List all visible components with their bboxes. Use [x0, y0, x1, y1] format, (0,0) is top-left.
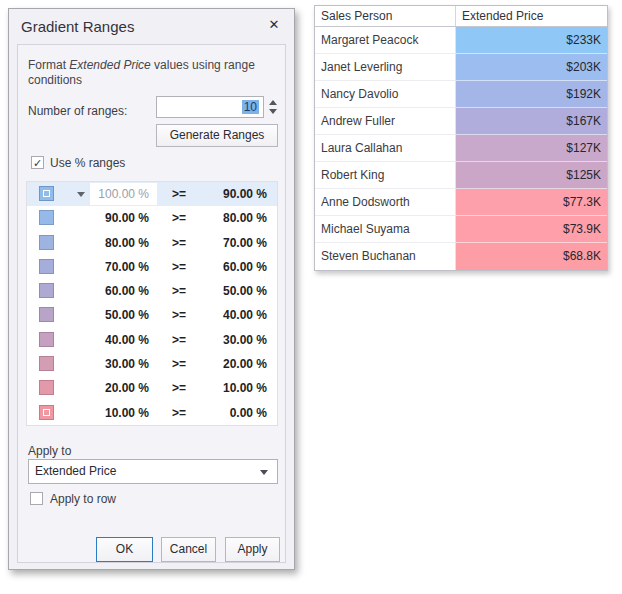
range-list: 100.00 % >= 90.00 % 90.00 % >= 80.00 % 8…	[26, 181, 278, 426]
table-row[interactable]: Margaret Peacock $233K	[315, 27, 607, 54]
range-to-value[interactable]: 0.00 %	[187, 406, 267, 420]
sales-person-cell[interactable]: Andrew Fuller	[315, 108, 456, 135]
range-from-value[interactable]: 90.00 %	[65, 211, 149, 225]
extended-price-cell[interactable]: $203K	[456, 54, 607, 81]
swatch-endpoint-marker	[43, 190, 50, 197]
range-from-value[interactable]: 60.00 %	[65, 284, 149, 298]
apply-to-row-checkbox[interactable]	[30, 492, 43, 505]
range-from-value[interactable]: 40.00 %	[65, 333, 149, 347]
range-from-value[interactable]: 10.00 %	[65, 406, 149, 420]
use-percent-ranges-checkbox[interactable]: ✓	[31, 156, 44, 169]
color-swatch[interactable]	[39, 210, 54, 225]
extended-price-cell[interactable]: $233K	[456, 27, 607, 54]
table-row[interactable]: Andrew Fuller $167K	[315, 108, 607, 135]
range-to-value[interactable]: 80.00 %	[187, 211, 267, 225]
range-from-value[interactable]: 30.00 %	[65, 357, 149, 371]
range-to-value[interactable]: 30.00 %	[187, 333, 267, 347]
chevron-down-icon[interactable]	[260, 470, 268, 475]
extended-price-cell[interactable]: $68.8K	[456, 243, 607, 270]
range-row[interactable]: 50.00 % >= 40.00 %	[27, 303, 277, 327]
range-row[interactable]: 60.00 % >= 50.00 %	[27, 279, 277, 303]
ok-button[interactable]: OK	[96, 537, 153, 562]
table-row[interactable]: Anne Dodsworth $77.3K	[315, 189, 607, 216]
sales-grid: Sales Person Extended Price Margaret Pea…	[314, 5, 608, 271]
format-description-field-name: Extended Price	[69, 58, 150, 72]
swatch-endpoint-marker	[43, 409, 50, 416]
range-from-value[interactable]: 20.00 %	[65, 381, 149, 395]
range-from-value[interactable]: 100.00 %	[65, 187, 149, 201]
range-row[interactable]: 70.00 % >= 60.00 %	[27, 255, 277, 279]
range-row[interactable]: 20.00 % >= 10.00 %	[27, 376, 277, 400]
range-to-value[interactable]: 40.00 %	[187, 308, 267, 322]
range-to-value[interactable]: 50.00 %	[187, 284, 267, 298]
range-to-value[interactable]: 60.00 %	[187, 260, 267, 274]
use-percent-ranges-label: Use % ranges	[50, 156, 125, 170]
range-row[interactable]: 100.00 % >= 90.00 %	[27, 182, 277, 206]
sales-person-cell[interactable]: Robert King	[315, 162, 456, 189]
color-swatch[interactable]	[39, 235, 54, 250]
color-swatch[interactable]	[39, 405, 54, 420]
color-swatch[interactable]	[39, 186, 54, 201]
apply-button[interactable]: Apply	[225, 537, 280, 562]
range-row[interactable]: 30.00 % >= 20.00 %	[27, 352, 277, 376]
sales-person-cell[interactable]: Margaret Peacock	[315, 27, 456, 54]
color-swatch[interactable]	[39, 380, 54, 395]
table-row[interactable]: Steven Buchanan $68.8K	[315, 243, 607, 270]
range-from-value[interactable]: 70.00 %	[65, 260, 149, 274]
sales-person-cell[interactable]: Steven Buchanan	[315, 243, 456, 270]
range-row[interactable]: 40.00 % >= 30.00 %	[27, 328, 277, 352]
number-of-ranges-label: Number of ranges:	[28, 104, 127, 118]
format-description-part1: Format	[28, 58, 69, 72]
range-from-value[interactable]: 80.00 %	[65, 236, 149, 250]
range-to-value[interactable]: 10.00 %	[187, 381, 267, 395]
table-row[interactable]: Laura Callahan $127K	[315, 135, 607, 162]
range-row[interactable]: 80.00 % >= 70.00 %	[27, 231, 277, 255]
color-swatch[interactable]	[39, 356, 54, 371]
number-of-ranges-value: 10	[242, 100, 259, 114]
check-icon: ✓	[33, 157, 42, 169]
column-header-sales-person[interactable]: Sales Person	[315, 6, 456, 26]
color-swatch[interactable]	[39, 259, 54, 274]
extended-price-cell[interactable]: $73.9K	[456, 216, 607, 243]
number-of-ranges-spinner	[268, 97, 280, 117]
sales-person-cell[interactable]: Michael Suyama	[315, 216, 456, 243]
sales-person-cell[interactable]: Nancy Davolio	[315, 81, 456, 108]
range-row[interactable]: 90.00 % >= 80.00 %	[27, 206, 277, 230]
sales-person-cell[interactable]: Anne Dodsworth	[315, 189, 456, 216]
extended-price-cell[interactable]: $167K	[456, 108, 607, 135]
apply-to-combobox[interactable]: Extended Price	[28, 459, 278, 484]
spin-up-icon[interactable]	[269, 100, 277, 105]
apply-to-value: Extended Price	[35, 464, 116, 478]
number-of-ranges-input[interactable]: 10	[156, 96, 264, 118]
dialog-content-panel: Format Extended Price values using range…	[17, 44, 286, 563]
color-swatch[interactable]	[39, 332, 54, 347]
cancel-button[interactable]: Cancel	[161, 537, 216, 562]
table-row[interactable]: Janet Leverling $203K	[315, 54, 607, 81]
extended-price-cell[interactable]: $127K	[456, 135, 607, 162]
range-row[interactable]: 10.00 % >= 0.00 %	[27, 401, 277, 425]
apply-to-label: Apply to	[28, 444, 71, 458]
generate-ranges-button[interactable]: Generate Ranges	[156, 124, 278, 147]
column-header-extended-price[interactable]: Extended Price	[456, 6, 607, 26]
table-row[interactable]: Michael Suyama $73.9K	[315, 216, 607, 243]
extended-price-cell[interactable]: $77.3K	[456, 189, 607, 216]
apply-to-row-label: Apply to row	[50, 492, 116, 506]
range-to-value[interactable]: 70.00 %	[187, 236, 267, 250]
spin-down-icon[interactable]	[269, 109, 277, 114]
color-swatch[interactable]	[39, 283, 54, 298]
color-swatch[interactable]	[39, 307, 54, 322]
grid-header-row: Sales Person Extended Price	[315, 6, 607, 27]
sales-person-cell[interactable]: Janet Leverling	[315, 54, 456, 81]
extended-price-cell[interactable]: $192K	[456, 81, 607, 108]
close-icon[interactable]: ✕	[266, 17, 282, 33]
range-to-value[interactable]: 20.00 %	[187, 357, 267, 371]
extended-price-cell[interactable]: $125K	[456, 162, 607, 189]
gradient-ranges-dialog: Gradient Ranges ✕ Format Extended Price …	[8, 8, 295, 570]
sales-person-cell[interactable]: Laura Callahan	[315, 135, 456, 162]
table-row[interactable]: Nancy Davolio $192K	[315, 81, 607, 108]
range-to-value[interactable]: 90.00 %	[187, 187, 267, 201]
dialog-title: Gradient Ranges	[21, 18, 134, 35]
grid-body: Margaret Peacock $233K Janet Leverling $…	[315, 27, 607, 270]
table-row[interactable]: Robert King $125K	[315, 162, 607, 189]
range-from-value[interactable]: 50.00 %	[65, 308, 149, 322]
